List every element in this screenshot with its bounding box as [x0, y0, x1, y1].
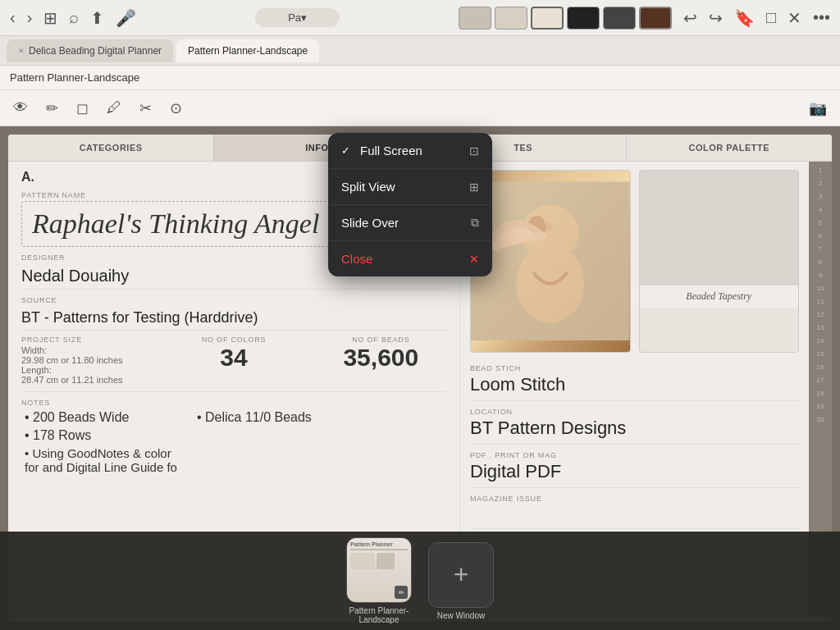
- thumb-5[interactable]: [603, 7, 636, 30]
- tab-pattern[interactable]: Pattern Planner-Landscape: [176, 39, 319, 62]
- dropdown-close[interactable]: Close ✕: [328, 241, 492, 276]
- main-content: CATEGORIES INFO TES COLOR PALETTE A. PAT…: [0, 126, 840, 630]
- tab-delica-close[interactable]: ✕: [18, 47, 25, 55]
- dock-thumb-content: Pattern Planner ✏: [347, 538, 411, 602]
- full-screen-icon: ⊡: [469, 144, 479, 158]
- tab-bar: ✕ Delica Beading Digital Planner Pattern…: [0, 36, 840, 66]
- top-bar: ‹ › ⊞ ⌕ ⬆ 🎤 Pa▾ ↩ ↪ 🔖 □ ✕ •••: [0, 0, 840, 36]
- check-icon: ✓: [341, 144, 350, 157]
- thumb-6[interactable]: [639, 7, 672, 30]
- dock-item-new-window: + New Window: [428, 542, 494, 620]
- split-view-label: Split View: [341, 180, 395, 194]
- slide-over-icon: ⧉: [471, 216, 479, 230]
- window-title: Pattern Planner-Landscape: [10, 71, 139, 84]
- eye-toolbar-icon[interactable]: 👁: [8, 96, 33, 120]
- thumb-2[interactable]: [495, 7, 527, 30]
- back-nav-icon[interactable]: ‹: [10, 8, 16, 27]
- mic-icon[interactable]: 🎤: [116, 8, 136, 28]
- eraser-toolbar-icon[interactable]: ◻: [71, 96, 94, 121]
- dock-thumb-pattern[interactable]: Pattern Planner ✏: [346, 537, 412, 603]
- search-icon[interactable]: ⌕: [69, 8, 79, 27]
- grid-icon[interactable]: ⊞: [43, 8, 57, 28]
- thumb-1[interactable]: [459, 7, 491, 30]
- plus-icon: +: [454, 559, 469, 590]
- toolbar: 👁 ✏ ◻ 🖊 ✂ ⊙ 📷: [0, 90, 840, 126]
- thumb-4[interactable]: [567, 7, 600, 30]
- close-label: Close: [341, 252, 372, 266]
- new-window-btn[interactable]: +: [428, 542, 494, 608]
- address-bar[interactable]: Pa▾: [255, 8, 340, 27]
- tab-pattern-label: Pattern Planner-Landscape: [188, 45, 308, 57]
- close-x-icon: ✕: [469, 253, 479, 266]
- top-bar-left: ‹ › ⊞ ⌕ ⬆ 🎤: [10, 8, 136, 28]
- tab-delica-label: Delica Beading Digital Planner: [29, 45, 162, 57]
- window-icon[interactable]: □: [766, 8, 776, 27]
- forward-nav-icon[interactable]: ›: [27, 8, 33, 27]
- dock-label-pattern: Pattern Planner-Landscape: [349, 606, 409, 624]
- more-icon[interactable]: •••: [813, 8, 830, 27]
- lasso-toolbar-icon[interactable]: ⊙: [165, 96, 187, 121]
- thumbnail-strip: [459, 7, 672, 30]
- slide-over-label: Slide Over: [341, 216, 399, 230]
- nav-back-icon[interactable]: ↩: [683, 8, 697, 28]
- dropdown-slide-over[interactable]: Slide Over ⧉: [328, 205, 492, 241]
- dropdown-split-view[interactable]: Split View ⊞: [328, 169, 492, 205]
- dropdown-menu: ✓ Full Screen ⊡ Split View ⊞ Slide Over …: [328, 133, 492, 276]
- pencil-toolbar-icon[interactable]: ✏: [41, 96, 63, 121]
- bookmark-icon[interactable]: 🔖: [734, 8, 755, 28]
- split-view-icon: ⊞: [469, 180, 479, 194]
- window-title-bar: Pattern Planner-Landscape: [0, 66, 840, 90]
- nav-fwd-icon[interactable]: ↪: [709, 8, 723, 28]
- pen-toolbar-icon[interactable]: 🖊: [102, 96, 126, 120]
- scissors-toolbar-icon[interactable]: ✂: [135, 96, 157, 121]
- dock-item-pattern: Pattern Planner ✏ Pattern Planner-Landsc…: [346, 537, 412, 624]
- bottom-dock: Pattern Planner ✏ Pattern Planner-Landsc…: [0, 532, 840, 630]
- share-icon[interactable]: ⬆: [90, 8, 104, 28]
- full-screen-label: Full Screen: [360, 144, 422, 158]
- close-btn-icon[interactable]: ✕: [788, 8, 801, 28]
- top-bar-right: ↩ ↪ 🔖 □ ✕ •••: [459, 7, 830, 30]
- dock-label-new-window: New Window: [437, 611, 485, 620]
- top-bar-center: Pa▾: [149, 8, 445, 27]
- tab-delica[interactable]: ✕ Delica Beading Digital Planner: [7, 39, 173, 62]
- dropdown-full-screen[interactable]: ✓ Full Screen ⊡: [328, 133, 492, 169]
- camera-toolbar-icon[interactable]: 📷: [804, 96, 832, 121]
- thumb-3[interactable]: [531, 7, 564, 30]
